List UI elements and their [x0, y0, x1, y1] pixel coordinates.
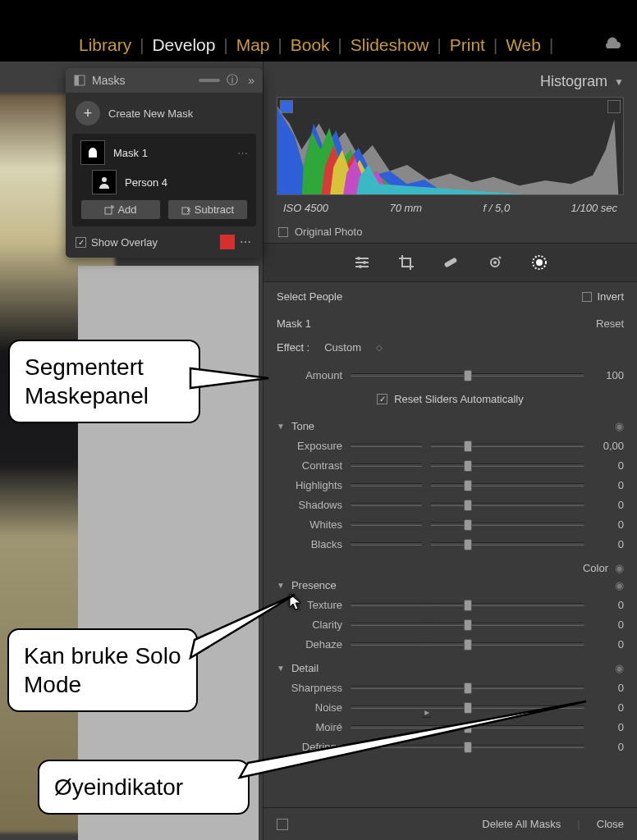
section-toggle-icon[interactable]: ▼: [422, 418, 431, 718]
svg-point-7: [359, 265, 362, 268]
exif-iso: ISO 4500: [283, 202, 328, 214]
mask-menu-icon[interactable]: ⋯: [237, 147, 248, 159]
amount-slider[interactable]: [351, 373, 584, 377]
amount-label: Amount: [277, 369, 342, 381]
annotation-callout: Segmentert Maskepanel: [8, 340, 200, 423]
section-detail: Detail: [291, 662, 318, 674]
whites-slider[interactable]: [351, 523, 584, 526]
plus-icon: +: [76, 101, 100, 126]
defringe-slider[interactable]: [351, 745, 584, 748]
mask-tool-icon[interactable]: [529, 252, 550, 273]
subtract-icon: [181, 205, 191, 215]
redeye-tool-icon[interactable]: [484, 252, 506, 273]
amount-value[interactable]: 100: [593, 369, 624, 381]
svg-point-6: [363, 261, 366, 264]
svg-point-5: [357, 257, 360, 260]
section-toggle-icon[interactable]: ▼: [277, 581, 285, 590]
texture-slider[interactable]: [351, 603, 584, 606]
exif-shutter: 1/100 sec: [571, 202, 617, 214]
panel-grip[interactable]: [199, 79, 220, 82]
section-tone: Tone: [291, 420, 314, 432]
moire-slider[interactable]: [351, 725, 584, 728]
overlay-menu-icon[interactable]: ⋯: [240, 235, 253, 249]
svg-rect-8: [443, 257, 457, 267]
effect-dropdown-icon[interactable]: ◇: [376, 343, 383, 352]
module-map[interactable]: Map: [230, 35, 277, 55]
active-mask-name: Mask 1: [277, 317, 311, 330]
panel-switch[interactable]: [277, 819, 288, 830]
select-people-label[interactable]: Select People: [277, 290, 342, 303]
clarity-slider[interactable]: [351, 623, 584, 626]
annotation-callout: Kan bruke Solo Mode: [7, 628, 198, 712]
reset-auto-label: Reset Sliders Automatically: [394, 393, 524, 405]
histogram-title: Histogram: [540, 73, 607, 90]
visibility-icon[interactable]: ◉: [615, 562, 624, 574]
blacks-slider[interactable]: [351, 542, 584, 546]
histogram-display[interactable]: [277, 97, 624, 195]
add-mask-button[interactable]: Add: [80, 199, 161, 220]
section-color: Color: [583, 562, 608, 574]
close-button[interactable]: Close: [597, 818, 624, 830]
info-icon[interactable]: ⓘ: [227, 73, 238, 88]
module-print[interactable]: Print: [443, 35, 492, 55]
invert-label: Invert: [597, 290, 624, 303]
effect-label: Effect :: [277, 341, 309, 354]
section-toggle-icon[interactable]: ▼: [277, 664, 285, 673]
invert-checkbox[interactable]: [582, 292, 592, 302]
presence-sliders: Texture0 Clarity0 Dehaze0: [264, 591, 637, 657]
exif-row: ISO 4500 70 mm f / 5,0 1/100 sec: [264, 195, 637, 221]
module-library[interactable]: Library: [72, 35, 138, 55]
visibility-icon[interactable]: ◉: [615, 420, 624, 432]
svg-point-12: [536, 259, 543, 266]
module-develop[interactable]: Develop: [145, 35, 222, 55]
show-overlay-label: Show Overlay: [91, 236, 158, 249]
original-photo-label: Original Photo: [295, 226, 362, 238]
visibility-icon[interactable]: ◉: [615, 579, 624, 591]
original-photo-checkbox[interactable]: [278, 227, 288, 237]
panel-toggle-icon[interactable]: [74, 75, 85, 86]
reset-auto-checkbox[interactable]: ✓: [377, 394, 387, 404]
noise-slider[interactable]: [351, 705, 584, 709]
mask-label: Mask 1: [113, 147, 148, 159]
dehaze-slider[interactable]: [351, 642, 584, 646]
svg-point-10: [493, 261, 497, 264]
expand-icon[interactable]: »: [248, 74, 254, 87]
mask-thumbnail: [80, 140, 105, 165]
shadows-slider[interactable]: [351, 503, 584, 506]
section-toggle-icon[interactable]: ▼: [277, 422, 285, 431]
show-overlay-checkbox[interactable]: ✓: [76, 237, 86, 248]
visibility-icon[interactable]: ◉: [615, 662, 624, 674]
panel-collapse-icon[interactable]: ▼: [614, 76, 624, 88]
heal-tool-icon[interactable]: [440, 252, 461, 273]
edit-tool-icon[interactable]: [351, 252, 373, 273]
svg-point-2: [102, 177, 107, 182]
delete-all-button[interactable]: Delete All Masks: [482, 818, 561, 830]
module-book[interactable]: Book: [284, 35, 337, 55]
reset-button[interactable]: Reset: [596, 317, 624, 330]
masks-title: Masks: [92, 74, 176, 87]
effect-value[interactable]: Custom: [324, 341, 361, 354]
cloud-sync-icon[interactable]: [603, 34, 622, 55]
exif-focal: 70 mm: [389, 202, 422, 214]
annotation-callout: Øyeindikator: [38, 760, 250, 815]
module-picker: Library | Develop | Map | Book | Slidesh…: [0, 0, 637, 62]
module-slideshow[interactable]: Slideshow: [344, 35, 436, 55]
masks-panel: Masks ⓘ » + Create New Mask Mask 1 ⋯: [66, 68, 263, 258]
subtract-mask-button[interactable]: Subtract: [167, 199, 248, 220]
sharpness-slider[interactable]: [351, 686, 584, 689]
section-presence: Presence: [291, 579, 337, 591]
mask-component-label: Person 4: [125, 176, 167, 189]
mask-component-thumbnail: [92, 170, 117, 194]
highlights-slider[interactable]: [351, 483, 584, 486]
module-web[interactable]: Web: [499, 35, 548, 55]
crop-tool-icon[interactable]: [396, 252, 417, 273]
overlay-color-swatch[interactable]: [220, 235, 235, 249]
add-icon: [104, 205, 114, 215]
create-mask-row[interactable]: + Create New Mask: [66, 93, 263, 134]
contrast-slider[interactable]: [351, 463, 584, 467]
detail-sliders: Sharpness0 Noise0 Moiré0 Defringe0: [264, 674, 637, 760]
exposure-slider[interactable]: [351, 444, 584, 447]
mask-item[interactable]: Mask 1 ⋯ Person 4 Add Subt: [72, 134, 256, 226]
tone-sliders: Exposure0,00 Contrast0 Highlights0 Shado…: [264, 432, 637, 557]
exif-aperture: f / 5,0: [483, 202, 511, 214]
